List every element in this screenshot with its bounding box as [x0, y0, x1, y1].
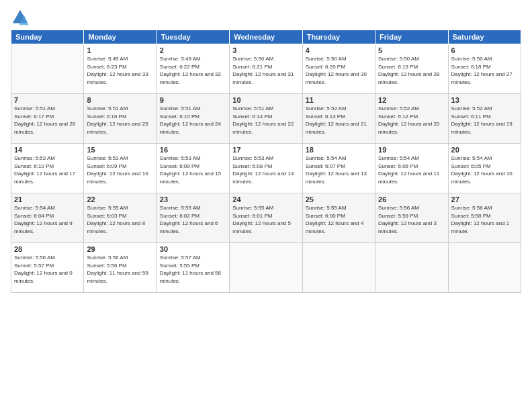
calendar-cell: 18Sunrise: 5:54 AMSunset: 6:07 PMDayligh…	[302, 144, 375, 193]
day-info: Sunrise: 5:50 AMSunset: 6:20 PMDaylight:…	[306, 55, 372, 86]
day-info: Sunrise: 5:54 AMSunset: 6:07 PMDaylight:…	[306, 154, 372, 185]
calendar-cell: 16Sunrise: 5:53 AMSunset: 6:09 PMDayligh…	[157, 144, 229, 193]
calendar-cell	[11, 44, 84, 94]
day-number: 15	[87, 146, 153, 154]
calendar-week-row: 1Sunrise: 5:49 AMSunset: 6:23 PMDaylight…	[11, 44, 521, 94]
day-number: 19	[378, 146, 445, 154]
calendar-cell: 26Sunrise: 5:56 AMSunset: 5:59 PMDayligh…	[375, 193, 448, 243]
day-info: Sunrise: 5:53 AMSunset: 6:09 PMDaylight:…	[87, 154, 153, 185]
day-info: Sunrise: 5:50 AMSunset: 6:18 PMDaylight:…	[451, 55, 518, 86]
calendar-week-row: 7Sunrise: 5:51 AMSunset: 6:17 PMDaylight…	[11, 94, 521, 144]
calendar-cell	[375, 243, 448, 293]
day-info: Sunrise: 5:51 AMSunset: 6:15 PMDaylight:…	[160, 105, 226, 136]
day-info: Sunrise: 5:56 AMSunset: 5:58 PMDaylight:…	[451, 204, 518, 235]
weekday-header: Friday	[375, 30, 448, 44]
day-info: Sunrise: 5:49 AMSunset: 6:23 PMDaylight:…	[87, 55, 153, 86]
day-number: 10	[232, 96, 299, 104]
day-number: 29	[87, 245, 153, 253]
calendar-week-row: 21Sunrise: 5:54 AMSunset: 6:04 PMDayligh…	[11, 193, 521, 243]
day-number: 7	[14, 96, 81, 104]
weekday-header: Wednesday	[230, 30, 302, 44]
day-number: 14	[14, 146, 81, 154]
calendar-cell: 4Sunrise: 5:50 AMSunset: 6:20 PMDaylight…	[302, 44, 375, 94]
day-number: 28	[14, 245, 81, 253]
calendar-cell: 2Sunrise: 5:49 AMSunset: 6:22 PMDaylight…	[157, 44, 229, 94]
day-info: Sunrise: 5:56 AMSunset: 5:57 PMDaylight:…	[14, 254, 81, 285]
day-info: Sunrise: 5:53 AMSunset: 6:09 PMDaylight:…	[160, 154, 226, 185]
weekday-header: Sunday	[11, 30, 84, 44]
logo-icon	[11, 8, 30, 27]
weekday-header: Thursday	[302, 30, 375, 44]
day-info: Sunrise: 5:51 AMSunset: 6:17 PMDaylight:…	[14, 105, 81, 136]
calendar-cell: 30Sunrise: 5:57 AMSunset: 5:55 PMDayligh…	[157, 243, 229, 293]
calendar-cell: 12Sunrise: 5:52 AMSunset: 6:12 PMDayligh…	[375, 94, 448, 144]
day-number: 18	[306, 146, 372, 154]
day-info: Sunrise: 5:50 AMSunset: 6:21 PMDaylight:…	[232, 55, 299, 86]
day-info: Sunrise: 5:54 AMSunset: 6:06 PMDaylight:…	[378, 154, 445, 185]
day-number: 23	[160, 195, 226, 203]
day-number: 25	[306, 195, 372, 203]
day-number: 5	[378, 46, 445, 54]
day-info: Sunrise: 5:49 AMSunset: 6:22 PMDaylight:…	[160, 55, 226, 86]
day-number: 11	[306, 96, 372, 104]
calendar-cell: 9Sunrise: 5:51 AMSunset: 6:15 PMDaylight…	[157, 94, 229, 144]
day-number: 3	[232, 46, 299, 54]
day-info: Sunrise: 5:55 AMSunset: 6:03 PMDaylight:…	[87, 204, 153, 235]
day-number: 6	[451, 46, 518, 54]
day-info: Sunrise: 5:56 AMSunset: 5:59 PMDaylight:…	[378, 204, 445, 235]
calendar-cell: 1Sunrise: 5:49 AMSunset: 6:23 PMDaylight…	[84, 44, 157, 94]
day-number: 9	[160, 96, 226, 104]
calendar-cell: 14Sunrise: 5:53 AMSunset: 6:10 PMDayligh…	[11, 144, 84, 193]
day-number: 12	[378, 96, 445, 104]
day-number: 16	[160, 146, 226, 154]
calendar-cell: 23Sunrise: 5:55 AMSunset: 6:02 PMDayligh…	[157, 193, 229, 243]
day-info: Sunrise: 5:52 AMSunset: 6:12 PMDaylight:…	[378, 105, 445, 136]
day-info: Sunrise: 5:50 AMSunset: 6:19 PMDaylight:…	[378, 55, 445, 86]
day-number: 13	[451, 96, 518, 104]
calendar-cell: 11Sunrise: 5:52 AMSunset: 6:13 PMDayligh…	[302, 94, 375, 144]
day-number: 22	[87, 195, 153, 203]
calendar-week-row: 28Sunrise: 5:56 AMSunset: 5:57 PMDayligh…	[11, 243, 521, 293]
day-number: 1	[87, 46, 153, 54]
weekday-header-row: SundayMondayTuesdayWednesdayThursdayFrid…	[11, 30, 521, 44]
weekday-header: Tuesday	[157, 30, 229, 44]
calendar-cell	[230, 243, 302, 293]
calendar: SundayMondayTuesdayWednesdayThursdayFrid…	[11, 30, 521, 293]
logo	[11, 8, 32, 27]
day-info: Sunrise: 5:54 AMSunset: 6:04 PMDaylight:…	[14, 204, 81, 235]
day-number: 27	[451, 195, 518, 203]
calendar-cell: 7Sunrise: 5:51 AMSunset: 6:17 PMDaylight…	[11, 94, 84, 144]
calendar-cell: 24Sunrise: 5:55 AMSunset: 6:01 PMDayligh…	[230, 193, 302, 243]
day-number: 26	[378, 195, 445, 203]
calendar-cell: 8Sunrise: 5:51 AMSunset: 6:16 PMDaylight…	[84, 94, 157, 144]
day-info: Sunrise: 5:56 AMSunset: 5:56 PMDaylight:…	[87, 254, 153, 285]
day-info: Sunrise: 5:52 AMSunset: 6:13 PMDaylight:…	[306, 105, 372, 136]
weekday-header: Monday	[84, 30, 157, 44]
day-number: 20	[451, 146, 518, 154]
calendar-cell: 5Sunrise: 5:50 AMSunset: 6:19 PMDaylight…	[375, 44, 448, 94]
calendar-cell: 3Sunrise: 5:50 AMSunset: 6:21 PMDaylight…	[230, 44, 302, 94]
day-info: Sunrise: 5:55 AMSunset: 6:02 PMDaylight:…	[160, 204, 226, 235]
calendar-cell: 28Sunrise: 5:56 AMSunset: 5:57 PMDayligh…	[11, 243, 84, 293]
calendar-cell: 13Sunrise: 5:52 AMSunset: 6:11 PMDayligh…	[448, 94, 521, 144]
day-number: 8	[87, 96, 153, 104]
calendar-cell: 19Sunrise: 5:54 AMSunset: 6:06 PMDayligh…	[375, 144, 448, 193]
day-number: 21	[14, 195, 81, 203]
header	[11, 8, 521, 27]
calendar-cell: 27Sunrise: 5:56 AMSunset: 5:58 PMDayligh…	[448, 193, 521, 243]
calendar-cell: 22Sunrise: 5:55 AMSunset: 6:03 PMDayligh…	[84, 193, 157, 243]
calendar-cell: 25Sunrise: 5:55 AMSunset: 6:00 PMDayligh…	[302, 193, 375, 243]
calendar-cell: 20Sunrise: 5:54 AMSunset: 6:05 PMDayligh…	[448, 144, 521, 193]
calendar-cell: 17Sunrise: 5:53 AMSunset: 6:08 PMDayligh…	[230, 144, 302, 193]
day-info: Sunrise: 5:51 AMSunset: 6:16 PMDaylight:…	[87, 105, 153, 136]
day-number: 30	[160, 245, 226, 253]
calendar-cell: 21Sunrise: 5:54 AMSunset: 6:04 PMDayligh…	[11, 193, 84, 243]
day-number: 17	[232, 146, 299, 154]
page: SundayMondayTuesdayWednesdayThursdayFrid…	[0, 0, 532, 411]
calendar-cell: 10Sunrise: 5:51 AMSunset: 6:14 PMDayligh…	[230, 94, 302, 144]
day-number: 24	[232, 195, 299, 203]
calendar-cell: 6Sunrise: 5:50 AMSunset: 6:18 PMDaylight…	[448, 44, 521, 94]
day-info: Sunrise: 5:53 AMSunset: 6:08 PMDaylight:…	[232, 154, 299, 185]
day-info: Sunrise: 5:53 AMSunset: 6:10 PMDaylight:…	[14, 154, 81, 185]
calendar-cell	[302, 243, 375, 293]
